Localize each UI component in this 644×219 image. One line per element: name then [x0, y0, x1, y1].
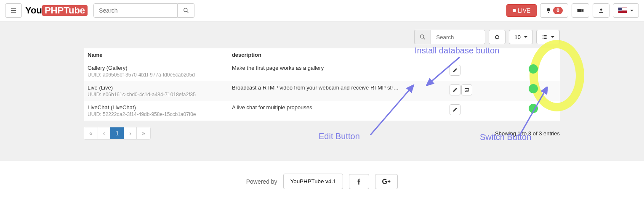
caret-down-icon [551, 36, 554, 38]
row-uuid: UUID: e06b161c-cbd0-4c1d-a484-71018efa2f… [88, 92, 225, 98]
install-db-button[interactable] [461, 84, 472, 95]
table-row: Live (Live)UUID: e06b161c-cbd0-4c1d-a484… [84, 81, 560, 101]
refresh-button[interactable] [489, 30, 506, 44]
language-button[interactable] [613, 3, 639, 18]
global-search-group [93, 3, 194, 18]
columns-dropdown[interactable] [536, 30, 560, 44]
logo-you: You [25, 5, 42, 16]
flag-us-icon [618, 8, 627, 13]
hamburger-icon [10, 7, 17, 14]
table-search-group [414, 30, 485, 44]
row-uuid: UUID: a06505bf-3570-4b1f-977a-fd0e5cab20… [88, 72, 225, 78]
row-description: Make the first page works as a gallery [229, 61, 446, 81]
svg-rect-2 [577, 9, 582, 12]
version-button[interactable]: YouPHPTube v4.1 [283, 174, 343, 189]
footer: Powered by YouPHPTube v4.1 [0, 161, 644, 202]
refresh-icon [494, 34, 500, 40]
facebook-icon [356, 179, 362, 185]
powered-by-label: Powered by [246, 178, 277, 185]
plugins-table: Name description Gallery (Gallery)UUID: … [84, 48, 560, 121]
pager-row: « ‹ 1 › » Showing 1 to 3 of 3 entries [84, 127, 560, 140]
pagination: « ‹ 1 › » [84, 127, 151, 140]
database-icon [464, 87, 469, 92]
svg-point-5 [465, 88, 469, 89]
upload-icon [598, 8, 604, 13]
page-last[interactable]: » [137, 127, 150, 139]
page-size-dropdown[interactable]: 10 [509, 30, 533, 44]
row-name: Live (Live) [88, 84, 225, 91]
notifications-button[interactable]: 0 [540, 3, 568, 18]
page-first[interactable]: « [84, 127, 98, 139]
caret-down-icon [630, 10, 633, 11]
bell-icon [546, 8, 551, 13]
table-row: Gallery (Gallery)UUID: a06505bf-3570-4b1… [84, 61, 560, 81]
toggle-knob [529, 84, 538, 93]
edit-icon [452, 68, 458, 73]
row-description: Broadcast a RTMP video from your webcam … [229, 81, 446, 101]
row-uuid: UUID: 52222da2-3f14-49db-958e-15ccb1a07f… [88, 111, 225, 117]
caret-down-icon [524, 36, 527, 38]
toggle-knob [529, 64, 538, 74]
global-search-input[interactable] [93, 3, 178, 18]
search-icon [183, 8, 189, 13]
svg-line-4 [423, 38, 425, 40]
googleplus-button[interactable] [375, 174, 398, 189]
logo[interactable]: YouPHPTube [25, 5, 88, 16]
col-description-header[interactable]: description [229, 48, 446, 61]
live-button[interactable]: LIVE [506, 4, 537, 17]
upload-button[interactable] [593, 3, 609, 18]
edit-icon [452, 87, 458, 92]
col-name-header[interactable]: Name [84, 48, 229, 61]
menu-toggle-button[interactable] [5, 3, 22, 18]
top-navbar: YouPHPTube LIVE 0 [0, 0, 644, 21]
page-prev[interactable]: ‹ [98, 127, 110, 139]
edit-icon [452, 107, 458, 112]
row-description: A live chat for multiple propouses [229, 101, 446, 121]
page-1[interactable]: 1 [110, 127, 124, 139]
global-search-button[interactable] [178, 3, 194, 18]
googleplus-icon [382, 179, 391, 185]
page-next[interactable]: › [124, 127, 136, 139]
main-area: 10 Name description Gallery (Gallery)UUI… [0, 21, 644, 161]
camera-button[interactable] [572, 3, 589, 18]
list-icon [542, 34, 548, 40]
search-icon [420, 34, 426, 40]
camera-icon [577, 8, 584, 13]
entries-info: Showing 1 to 3 of 3 entries [495, 130, 560, 137]
edit-button[interactable] [450, 65, 460, 76]
table-row: LiveChat (LiveChat)UUID: 52222da2-3f14-4… [84, 101, 560, 121]
svg-point-3 [420, 35, 424, 38]
row-name: Gallery (Gallery) [88, 65, 225, 71]
svg-line-1 [186, 11, 188, 13]
row-name: LiveChat (LiveChat) [88, 104, 225, 111]
table-search-input[interactable] [431, 30, 485, 44]
version-label: YouPHPTube v4.1 [290, 178, 336, 185]
nav-right: LIVE 0 [506, 3, 639, 18]
logo-phptube: PHPTube [42, 5, 88, 16]
edit-button[interactable] [450, 104, 460, 115]
table-toolbar: 10 [84, 30, 560, 44]
page-size-value: 10 [514, 34, 521, 40]
toggle-knob [529, 104, 538, 113]
facebook-button[interactable] [349, 174, 369, 189]
table-search-addon [414, 30, 431, 44]
svg-point-0 [184, 8, 187, 12]
live-label: LIVE [518, 7, 530, 14]
edit-button[interactable] [450, 84, 460, 95]
notification-badge: 0 [553, 7, 563, 14]
